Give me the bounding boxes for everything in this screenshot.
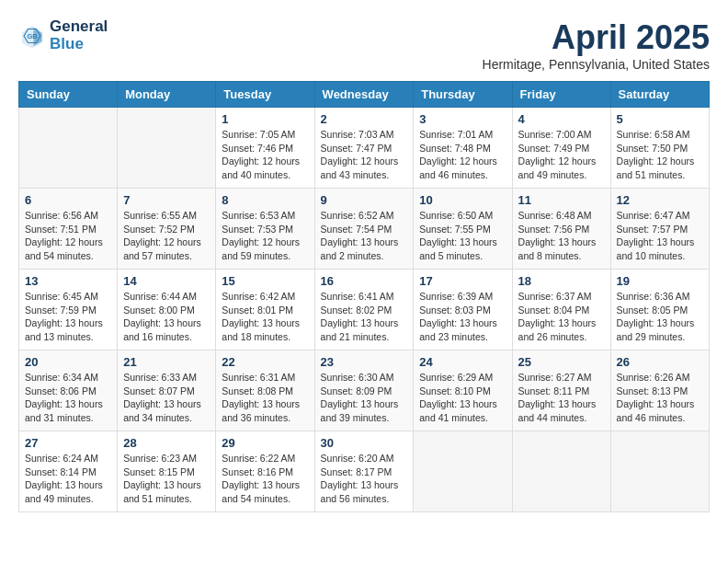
day-number: 19 bbox=[617, 274, 703, 288]
calendar-cell: 16Sunrise: 6:41 AM Sunset: 8:02 PM Dayli… bbox=[314, 270, 414, 350]
week-row-1: 1Sunrise: 7:05 AM Sunset: 7:46 PM Daylig… bbox=[19, 108, 710, 189]
calendar-cell bbox=[414, 431, 512, 512]
day-info: Sunrise: 6:26 AM Sunset: 8:13 PM Dayligh… bbox=[617, 371, 703, 425]
page-header: GB General Blue April 2025 Hermitage, Pe… bbox=[18, 18, 710, 72]
day-number: 28 bbox=[123, 436, 210, 450]
calendar-cell: 14Sunrise: 6:44 AM Sunset: 8:00 PM Dayli… bbox=[118, 270, 216, 350]
calendar-cell: 11Sunrise: 6:48 AM Sunset: 7:56 PM Dayli… bbox=[512, 189, 610, 270]
day-number: 3 bbox=[419, 112, 506, 126]
day-info: Sunrise: 7:00 AM Sunset: 7:49 PM Dayligh… bbox=[518, 128, 605, 182]
day-number: 17 bbox=[419, 274, 506, 288]
calendar-cell: 4Sunrise: 7:00 AM Sunset: 7:49 PM Daylig… bbox=[512, 108, 610, 189]
day-info: Sunrise: 6:45 AM Sunset: 7:59 PM Dayligh… bbox=[25, 290, 111, 344]
location: Hermitage, Pennsylvania, United States bbox=[483, 57, 710, 72]
calendar-cell: 28Sunrise: 6:23 AM Sunset: 8:15 PM Dayli… bbox=[118, 431, 216, 512]
day-number: 13 bbox=[25, 274, 111, 288]
day-info: Sunrise: 6:41 AM Sunset: 8:02 PM Dayligh… bbox=[321, 290, 408, 344]
calendar-cell: 12Sunrise: 6:47 AM Sunset: 7:57 PM Dayli… bbox=[610, 189, 709, 270]
calendar-cell: 22Sunrise: 6:31 AM Sunset: 8:08 PM Dayli… bbox=[216, 350, 314, 431]
logo: GB General Blue bbox=[18, 18, 108, 52]
day-info: Sunrise: 6:37 AM Sunset: 8:04 PM Dayligh… bbox=[518, 290, 605, 344]
day-number: 27 bbox=[25, 436, 111, 450]
day-number: 5 bbox=[617, 112, 703, 126]
day-number: 24 bbox=[419, 355, 506, 369]
day-info: Sunrise: 6:48 AM Sunset: 7:56 PM Dayligh… bbox=[518, 209, 605, 263]
day-number: 26 bbox=[617, 355, 703, 369]
month-title: April 2025 bbox=[483, 18, 710, 57]
week-row-4: 20Sunrise: 6:34 AM Sunset: 8:06 PM Dayli… bbox=[19, 350, 710, 431]
weekday-sunday: Sunday bbox=[19, 82, 118, 108]
day-number: 16 bbox=[321, 274, 408, 288]
day-info: Sunrise: 7:01 AM Sunset: 7:48 PM Dayligh… bbox=[419, 128, 506, 182]
calendar-cell: 8Sunrise: 6:53 AM Sunset: 7:53 PM Daylig… bbox=[216, 189, 314, 270]
calendar-cell: 21Sunrise: 6:33 AM Sunset: 8:07 PM Dayli… bbox=[118, 350, 216, 431]
calendar-cell: 10Sunrise: 6:50 AM Sunset: 7:55 PM Dayli… bbox=[414, 189, 512, 270]
title-block: April 2025 Hermitage, Pennsylvania, Unit… bbox=[483, 18, 710, 72]
calendar-cell: 27Sunrise: 6:24 AM Sunset: 8:14 PM Dayli… bbox=[19, 431, 118, 512]
day-number: 9 bbox=[321, 193, 408, 207]
svg-text:GB: GB bbox=[27, 32, 38, 40]
day-info: Sunrise: 6:58 AM Sunset: 7:50 PM Dayligh… bbox=[617, 128, 703, 182]
calendar-cell: 29Sunrise: 6:22 AM Sunset: 8:16 PM Dayli… bbox=[216, 431, 314, 512]
calendar-cell: 7Sunrise: 6:55 AM Sunset: 7:52 PM Daylig… bbox=[118, 189, 216, 270]
calendar-cell bbox=[19, 108, 118, 189]
calendar-cell: 25Sunrise: 6:27 AM Sunset: 8:11 PM Dayli… bbox=[512, 350, 610, 431]
day-number: 14 bbox=[123, 274, 210, 288]
weekday-header-row: SundayMondayTuesdayWednesdayThursdayFrid… bbox=[19, 82, 710, 108]
day-info: Sunrise: 6:30 AM Sunset: 8:09 PM Dayligh… bbox=[321, 371, 408, 425]
weekday-wednesday: Wednesday bbox=[314, 82, 414, 108]
day-info: Sunrise: 6:52 AM Sunset: 7:54 PM Dayligh… bbox=[321, 209, 408, 263]
day-number: 1 bbox=[222, 112, 308, 126]
day-info: Sunrise: 6:23 AM Sunset: 8:15 PM Dayligh… bbox=[123, 452, 210, 506]
calendar-cell: 30Sunrise: 6:20 AM Sunset: 8:17 PM Dayli… bbox=[314, 431, 414, 512]
calendar-cell bbox=[118, 108, 216, 189]
calendar-cell: 24Sunrise: 6:29 AM Sunset: 8:10 PM Dayli… bbox=[414, 350, 512, 431]
day-number: 29 bbox=[222, 436, 308, 450]
calendar-cell: 5Sunrise: 6:58 AM Sunset: 7:50 PM Daylig… bbox=[610, 108, 709, 189]
week-row-2: 6Sunrise: 6:56 AM Sunset: 7:51 PM Daylig… bbox=[19, 189, 710, 270]
day-info: Sunrise: 6:33 AM Sunset: 8:07 PM Dayligh… bbox=[123, 371, 210, 425]
weekday-saturday: Saturday bbox=[610, 82, 709, 108]
day-number: 8 bbox=[222, 193, 308, 207]
day-number: 23 bbox=[321, 355, 408, 369]
day-info: Sunrise: 6:53 AM Sunset: 7:53 PM Dayligh… bbox=[222, 209, 308, 263]
day-number: 21 bbox=[123, 355, 210, 369]
day-info: Sunrise: 6:47 AM Sunset: 7:57 PM Dayligh… bbox=[617, 209, 703, 263]
day-number: 11 bbox=[518, 193, 605, 207]
calendar-cell: 17Sunrise: 6:39 AM Sunset: 8:03 PM Dayli… bbox=[414, 270, 512, 350]
day-number: 20 bbox=[25, 355, 111, 369]
day-info: Sunrise: 6:29 AM Sunset: 8:10 PM Dayligh… bbox=[419, 371, 506, 425]
day-number: 2 bbox=[321, 112, 408, 126]
day-info: Sunrise: 6:44 AM Sunset: 8:00 PM Dayligh… bbox=[123, 290, 210, 344]
logo-line2: Blue bbox=[50, 36, 108, 53]
weekday-tuesday: Tuesday bbox=[216, 82, 314, 108]
calendar-cell: 26Sunrise: 6:26 AM Sunset: 8:13 PM Dayli… bbox=[610, 350, 709, 431]
weekday-monday: Monday bbox=[118, 82, 216, 108]
day-info: Sunrise: 6:50 AM Sunset: 7:55 PM Dayligh… bbox=[419, 209, 506, 263]
day-info: Sunrise: 6:24 AM Sunset: 8:14 PM Dayligh… bbox=[25, 452, 111, 506]
calendar-cell: 13Sunrise: 6:45 AM Sunset: 7:59 PM Dayli… bbox=[19, 270, 118, 350]
day-number: 25 bbox=[518, 355, 605, 369]
day-info: Sunrise: 6:27 AM Sunset: 8:11 PM Dayligh… bbox=[518, 371, 605, 425]
calendar-table: SundayMondayTuesdayWednesdayThursdayFrid… bbox=[18, 81, 710, 512]
calendar-cell: 6Sunrise: 6:56 AM Sunset: 7:51 PM Daylig… bbox=[19, 189, 118, 270]
calendar-cell: 20Sunrise: 6:34 AM Sunset: 8:06 PM Dayli… bbox=[19, 350, 118, 431]
day-info: Sunrise: 7:05 AM Sunset: 7:46 PM Dayligh… bbox=[222, 128, 308, 182]
calendar-cell: 1Sunrise: 7:05 AM Sunset: 7:46 PM Daylig… bbox=[216, 108, 314, 189]
day-info: Sunrise: 6:56 AM Sunset: 7:51 PM Dayligh… bbox=[25, 209, 111, 263]
day-number: 7 bbox=[123, 193, 210, 207]
day-info: Sunrise: 6:55 AM Sunset: 7:52 PM Dayligh… bbox=[123, 209, 210, 263]
calendar-cell: 18Sunrise: 6:37 AM Sunset: 8:04 PM Dayli… bbox=[512, 270, 610, 350]
calendar-cell bbox=[610, 431, 709, 512]
day-info: Sunrise: 6:31 AM Sunset: 8:08 PM Dayligh… bbox=[222, 371, 308, 425]
day-number: 22 bbox=[222, 355, 308, 369]
calendar-cell: 23Sunrise: 6:30 AM Sunset: 8:09 PM Dayli… bbox=[314, 350, 414, 431]
calendar-cell: 19Sunrise: 6:36 AM Sunset: 8:05 PM Dayli… bbox=[610, 270, 709, 350]
day-info: Sunrise: 6:39 AM Sunset: 8:03 PM Dayligh… bbox=[419, 290, 506, 344]
logo-icon: GB bbox=[18, 22, 46, 50]
day-number: 15 bbox=[222, 274, 308, 288]
calendar-cell: 2Sunrise: 7:03 AM Sunset: 7:47 PM Daylig… bbox=[314, 108, 414, 189]
day-info: Sunrise: 6:20 AM Sunset: 8:17 PM Dayligh… bbox=[321, 452, 408, 506]
day-info: Sunrise: 6:22 AM Sunset: 8:16 PM Dayligh… bbox=[222, 452, 308, 506]
week-row-5: 27Sunrise: 6:24 AM Sunset: 8:14 PM Dayli… bbox=[19, 431, 710, 512]
